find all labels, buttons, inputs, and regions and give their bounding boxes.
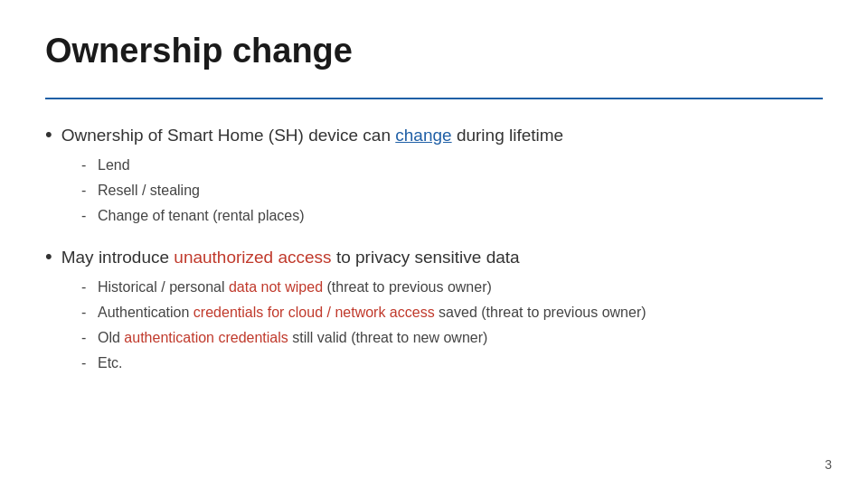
sub-text-1-3: Change of tenant (rental places): [98, 205, 305, 227]
sub-text-2-1: Historical / personal data not wiped (th…: [98, 277, 492, 298]
slide: Ownership change • Ownership of Smart Ho…: [0, 0, 868, 488]
slide-title: Ownership change: [45, 32, 823, 70]
bullet-section-2: • May introduce unauthorized access to p…: [45, 247, 823, 374]
dash-2-2: -: [81, 302, 90, 324]
bullet-dot-2: •: [45, 247, 52, 267]
sub-bullets-2: - Historical / personal data not wiped (…: [81, 277, 823, 374]
dash-1-1: -: [81, 155, 90, 176]
sub-bullet-2-4: - Etc.: [81, 352, 823, 374]
bullet-main-1: • Ownership of Smart Home (SH) device ca…: [45, 125, 823, 145]
sub-text-2-3: Old authentication credentials still val…: [98, 327, 487, 349]
sub-bullet-2-3: - Old authentication credentials still v…: [81, 327, 823, 349]
bullet-text-1: Ownership of Smart Home (SH) device can …: [61, 126, 563, 145]
dash-2-4: -: [81, 352, 90, 374]
divider-line: [45, 98, 823, 99]
sub-text-1-1: Lend: [98, 155, 130, 176]
sub-bullets-1: - Lend - Resell / stealing - Change of t…: [81, 155, 823, 227]
sub-bullet-1-3: - Change of tenant (rental places): [81, 205, 823, 227]
dash-2-3: -: [81, 327, 90, 349]
dash-1-3: -: [81, 205, 90, 227]
sub-bullet-2-2: - Authentication credentials for cloud /…: [81, 302, 823, 324]
highlight-unauthorized: unauthorized access: [174, 248, 331, 267]
sub-text-2-2: Authentication credentials for cloud / n…: [98, 302, 646, 324]
bullet-dot-1: •: [45, 125, 52, 145]
highlight-auth-credentials: authentication credentials: [124, 330, 288, 345]
highlight-change: change: [395, 126, 451, 145]
sub-text-1-2: Resell / stealing: [98, 180, 200, 202]
sub-bullet-1-2: - Resell / stealing: [81, 180, 823, 202]
sub-bullet-2-1: - Historical / personal data not wiped (…: [81, 277, 823, 298]
highlight-credentials-cloud: credentials for cloud / network access: [193, 305, 435, 320]
bullet-text-2: May introduce unauthorized access to pri…: [61, 248, 520, 267]
sub-bullet-1-1: - Lend: [81, 155, 823, 176]
highlight-data-not-wiped: data not wiped: [229, 279, 323, 295]
page-number: 3: [825, 457, 832, 472]
dash-1-2: -: [81, 180, 90, 202]
dash-2-1: -: [81, 277, 90, 298]
sub-text-2-4: Etc.: [98, 352, 123, 374]
bullet-main-2: • May introduce unauthorized access to p…: [45, 247, 823, 267]
bullet-section-1: • Ownership of Smart Home (SH) device ca…: [45, 125, 823, 227]
